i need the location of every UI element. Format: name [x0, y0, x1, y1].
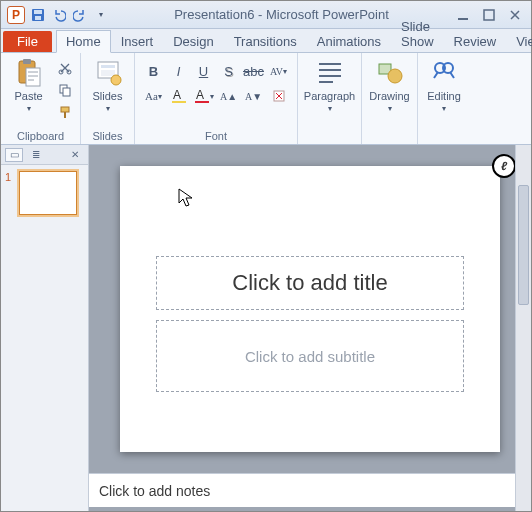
group-font-label: Font — [141, 129, 291, 144]
group-clipboard: Paste ▾ Clipboard — [1, 53, 81, 144]
group-editing: Editing ▾ — [418, 53, 470, 144]
tab-file[interactable]: File — [3, 31, 52, 52]
copy-icon[interactable] — [55, 80, 75, 100]
svg-point-17 — [111, 75, 121, 85]
font-highlight-button[interactable]: A — [168, 85, 190, 107]
change-case-button[interactable]: Aa▾ — [143, 85, 165, 107]
undo-icon[interactable] — [50, 6, 68, 24]
character-spacing-button[interactable]: AV▾ — [268, 60, 290, 82]
group-clipboard-label: Clipboard — [7, 129, 74, 144]
slide-canvas[interactable]: ℓ Click to add title Click to add subtit… — [120, 166, 500, 452]
svg-text:A: A — [173, 88, 181, 102]
title-placeholder[interactable]: Click to add title — [156, 256, 464, 310]
slide-panel-tabs: ▭ ≣ ✕ — [1, 145, 88, 165]
italic-button[interactable]: I — [168, 60, 190, 82]
slide-canvas-wrap[interactable]: ℓ Click to add title Click to add subtit… — [89, 145, 531, 473]
new-slide-icon — [94, 58, 122, 88]
svg-rect-12 — [61, 107, 69, 112]
slide-thumb-list: 1 — [1, 165, 88, 511]
new-slide-button[interactable]: Slides ▾ — [86, 56, 130, 115]
group-slides-label: Slides — [87, 129, 128, 144]
tab-slide-show[interactable]: Slide Show — [391, 15, 444, 52]
font-color-button[interactable]: A▾ — [193, 85, 215, 107]
powerpoint-app-icon: P — [7, 6, 25, 24]
svg-rect-13 — [64, 112, 66, 118]
subtitle-placeholder-text: Click to add subtitle — [245, 348, 375, 365]
title-bar: P ▾ Presentation6 - Microsoft PowerPoint — [1, 1, 531, 29]
quick-access-toolbar: ▾ — [29, 6, 110, 24]
tab-transitions[interactable]: Transitions — [224, 30, 307, 52]
close-panel-icon[interactable]: ✕ — [66, 148, 84, 162]
bold-button[interactable]: B — [143, 60, 165, 82]
slide-editor-area: ℓ Click to add title Click to add subtit… — [89, 145, 531, 511]
svg-rect-21 — [195, 101, 209, 103]
strikethrough-button[interactable]: abc — [243, 60, 265, 82]
tab-animations[interactable]: Animations — [307, 30, 391, 52]
find-icon — [430, 58, 458, 88]
paragraph-button[interactable]: Paragraph ▾ — [308, 56, 352, 115]
svg-rect-4 — [484, 10, 494, 20]
editing-button[interactable]: Editing ▾ — [422, 56, 466, 115]
notes-placeholder-text: Click to add notes — [99, 483, 210, 499]
chevron-down-icon: ▾ — [388, 104, 392, 113]
svg-rect-7 — [26, 68, 40, 86]
drawing-button[interactable]: Drawing ▾ — [368, 56, 412, 115]
increase-font-button[interactable]: A▲ — [218, 85, 240, 107]
group-drawing: Drawing ▾ — [362, 53, 418, 144]
tab-insert[interactable]: Insert — [111, 30, 164, 52]
svg-rect-1 — [34, 10, 42, 14]
vertical-scrollbar[interactable] — [515, 145, 531, 511]
svg-rect-15 — [101, 65, 115, 68]
outline-tab-icon[interactable]: ≣ — [27, 148, 45, 162]
shadow-button[interactable]: S — [218, 60, 240, 82]
slide-thumb-1[interactable]: 1 — [5, 171, 84, 215]
subtitle-placeholder[interactable]: Click to add subtitle — [156, 320, 464, 392]
tab-view[interactable]: View — [506, 30, 532, 52]
slide-panel: ▭ ≣ ✕ 1 — [1, 145, 89, 511]
format-painter-icon[interactable] — [55, 102, 75, 122]
tab-review[interactable]: Review — [444, 30, 507, 52]
close-icon[interactable] — [505, 7, 525, 23]
maximize-icon[interactable] — [479, 7, 499, 23]
chevron-down-icon: ▾ — [328, 104, 332, 113]
chevron-down-icon: ▾ — [27, 104, 31, 113]
group-font: B I U S abc AV▾ Aa▾ A A▾ A▲ A▼ Font — [135, 53, 298, 144]
shapes-icon — [376, 58, 404, 88]
slides-tab-icon[interactable]: ▭ — [5, 148, 23, 162]
notes-pane[interactable]: Click to add notes — [89, 473, 515, 507]
svg-rect-16 — [101, 70, 115, 76]
annotation-mark: ℓ — [492, 154, 516, 178]
cut-icon[interactable] — [55, 58, 75, 78]
title-placeholder-text: Click to add title — [232, 270, 387, 296]
slide-number: 1 — [5, 171, 15, 215]
tab-design[interactable]: Design — [163, 30, 223, 52]
minimize-icon[interactable] — [453, 7, 473, 23]
app-window: P ▾ Presentation6 - Microsoft PowerPoint… — [0, 0, 532, 512]
svg-rect-2 — [35, 16, 41, 20]
workspace: ▭ ≣ ✕ 1 ℓ Click to add title — [1, 145, 531, 511]
chevron-down-icon: ▾ — [106, 104, 110, 113]
qat-customize-icon[interactable]: ▾ — [92, 6, 110, 24]
window-controls — [453, 7, 525, 23]
paste-button[interactable]: Paste ▾ — [7, 56, 51, 115]
svg-rect-6 — [23, 59, 31, 64]
slide-thumbnail — [19, 171, 77, 215]
svg-rect-19 — [172, 101, 186, 103]
save-icon[interactable] — [29, 6, 47, 24]
scrollbar-thumb[interactable] — [518, 185, 529, 305]
svg-point-24 — [388, 69, 402, 83]
redo-icon[interactable] — [71, 6, 89, 24]
svg-text:A: A — [196, 88, 204, 102]
mouse-cursor-icon — [178, 188, 194, 208]
group-slides: Slides ▾ Slides — [81, 53, 135, 144]
group-paragraph: Paragraph ▾ — [298, 53, 362, 144]
tab-home[interactable]: Home — [56, 30, 111, 53]
svg-rect-11 — [63, 88, 70, 96]
chevron-down-icon: ▾ — [442, 104, 446, 113]
clear-formatting-button[interactable] — [268, 85, 290, 107]
svg-rect-3 — [458, 18, 468, 20]
paragraph-icon — [316, 58, 344, 88]
ribbon: Paste ▾ Clipboard Slides ▾ Slide — [1, 53, 531, 145]
decrease-font-button[interactable]: A▼ — [243, 85, 265, 107]
underline-button[interactable]: U — [193, 60, 215, 82]
